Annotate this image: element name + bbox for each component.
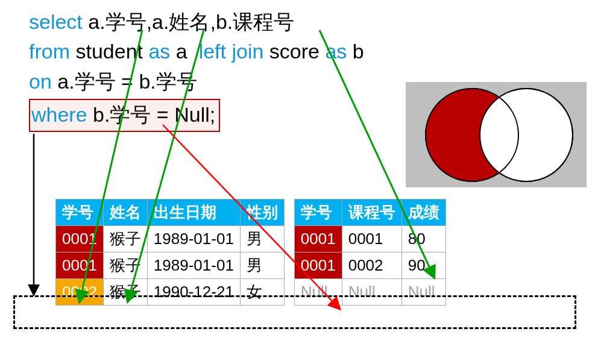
sql-line-2: from student as a left join score as b: [29, 37, 364, 66]
student-cell-sex: 女: [240, 279, 284, 306]
score-cell-score: 80: [401, 226, 445, 253]
score-cell-id: Null: [294, 279, 342, 306]
kw-where: where: [31, 103, 87, 126]
kw-select: select: [29, 10, 83, 33]
student-cell-name: 猴子: [103, 226, 147, 253]
student-th-dob: 出生日期: [147, 199, 240, 226]
tables-container: 学号 姓名 出生日期 性别 0001猴子1989-01-01男0001猴子198…: [55, 199, 446, 306]
score-table: 学号 课程号 成绩 00010001800001000290NullNullNu…: [294, 199, 446, 306]
student-cell-dob: 1990-12-21: [147, 279, 240, 306]
kw-leftjoin: left join: [199, 40, 264, 63]
student-cell-id: 0001: [56, 226, 104, 253]
kw-from: from: [29, 40, 70, 63]
student-cell-id: 0002: [56, 279, 104, 306]
sql-where-box: where b.学号 = Null;: [29, 99, 220, 132]
score-th-score: 成绩: [401, 199, 445, 226]
student-cell-name: 猴子: [103, 279, 147, 306]
kw-as1: as: [148, 40, 170, 63]
student-cell-sex: 男: [240, 253, 284, 279]
score-row: 0001000290: [294, 253, 445, 279]
sql-table2: score: [269, 40, 320, 63]
student-cell-name: 猴子: [103, 253, 147, 279]
student-row: 0001猴子1989-01-01男: [56, 253, 285, 279]
kw-on: on: [29, 70, 52, 93]
score-cell-course: Null: [342, 279, 401, 306]
sql-line-3: on a.学号 = b.学号: [29, 67, 364, 96]
student-cell-dob: 1989-01-01: [147, 226, 240, 253]
score-cell-course: 0002: [342, 253, 401, 279]
sql-line-1: select a.学号,a.姓名,b.课程号: [29, 7, 364, 37]
sql-alias2: b: [353, 40, 364, 63]
student-table: 学号 姓名 出生日期 性别 0001猴子1989-01-01男0001猴子198…: [55, 199, 285, 306]
sql-on-cond: a.学号 = b.学号: [57, 70, 197, 93]
student-th-sex: 性别: [240, 199, 284, 226]
kw-as2: as: [325, 40, 347, 63]
sql-alias1: a: [176, 40, 187, 63]
score-cell-id: 0001: [294, 253, 342, 279]
student-row: 0001猴子1989-01-01男: [56, 226, 285, 253]
sql-table1: student: [75, 40, 143, 63]
venn-diagram: [406, 82, 587, 187]
sql-columns: a.学号,a.姓名,b.课程号: [88, 10, 294, 33]
student-row: 0002猴子1990-12-21女: [56, 279, 285, 306]
score-cell-course: 0001: [342, 226, 401, 253]
score-th-id: 学号: [294, 199, 342, 226]
student-cell-sex: 男: [240, 226, 284, 253]
student-header-row: 学号 姓名 出生日期 性别: [56, 199, 285, 226]
score-row: 0001000180: [294, 226, 445, 253]
score-row: NullNullNull: [294, 279, 445, 306]
score-cell-id: 0001: [294, 226, 342, 253]
score-th-course: 课程号: [342, 199, 401, 226]
score-cell-score: Null: [401, 279, 445, 306]
student-cell-dob: 1989-01-01: [147, 253, 240, 279]
sql-where-cond: b.学号 = Null;: [93, 103, 215, 126]
score-header-row: 学号 课程号 成绩: [294, 199, 445, 226]
student-th-name: 姓名: [103, 199, 147, 226]
sql-query-block: select a.学号,a.姓名,b.课程号 from student as a…: [29, 7, 364, 132]
student-th-id: 学号: [56, 199, 104, 226]
score-cell-score: 90: [401, 253, 445, 279]
student-cell-id: 0001: [56, 253, 104, 279]
